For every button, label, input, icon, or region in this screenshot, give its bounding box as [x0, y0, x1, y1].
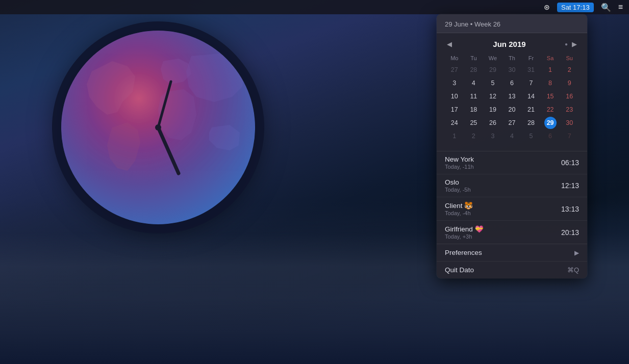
tz-offset: Today, -5h — [445, 187, 471, 193]
weekday-sa: Sa — [541, 54, 560, 63]
cal-day[interactable]: 2 — [560, 63, 579, 76]
cal-day[interactable]: 23 — [560, 103, 579, 116]
svg-point-2 — [155, 124, 161, 131]
cal-day[interactable]: 5 — [483, 76, 502, 90]
tz-time: 13:13 — [561, 205, 579, 213]
cal-next-button[interactable]: ▶ — [570, 39, 579, 49]
wifi-icon: ⊛ — [544, 3, 550, 11]
cal-day[interactable]: 9 — [560, 76, 579, 90]
cal-day[interactable]: 3 — [445, 76, 464, 90]
calendar-month-year: Jun 2019 — [493, 40, 525, 48]
cal-day[interactable]: 27 — [502, 116, 522, 129]
cal-day[interactable]: 17 — [445, 103, 464, 116]
tz-time: 06:13 — [561, 159, 579, 167]
cal-day[interactable]: 29 — [483, 63, 502, 76]
quit-item[interactable]: Quit Dato ⌘Q — [437, 262, 587, 278]
cal-day[interactable]: 20 — [502, 103, 522, 116]
menubar-time: 17:13 — [573, 4, 590, 11]
dropdown-panel: 29 June • Week 26 ◀ Jun 2019 ● ▶ Mo Tu W… — [437, 14, 587, 278]
search-icon[interactable]: 🔍 — [601, 3, 611, 12]
cal-day[interactable]: 7 — [560, 129, 579, 143]
svg-line-0 — [158, 127, 179, 173]
timezones-section: New York Today, -11h 06:13 Oslo Today, -… — [437, 151, 587, 244]
tz-time: 20:13 — [561, 228, 579, 237]
tz-offset: Today, +3h — [445, 233, 484, 240]
cal-day[interactable]: 13 — [502, 90, 522, 103]
quit-label: Quit Dato — [445, 266, 474, 274]
cal-day[interactable]: 22 — [541, 103, 560, 116]
cal-day[interactable]: 1 — [541, 63, 560, 76]
cal-day[interactable]: 8 — [541, 76, 560, 90]
cal-day[interactable]: 6 — [502, 76, 522, 90]
cal-day[interactable]: 16 — [560, 90, 579, 103]
calendar-body: 27 28 29 30 31 1 2 3 4 5 6 7 8 9 — [445, 63, 579, 143]
calendar-grid: Mo Tu We Th Fr Sa Su 27 28 29 30 31 1 — [445, 54, 579, 143]
cal-day[interactable]: 24 — [445, 116, 464, 129]
weekday-fr: Fr — [521, 54, 541, 63]
clock-widget — [61, 31, 255, 224]
cal-day[interactable]: 4 — [502, 129, 522, 143]
cal-day[interactable]: 30 — [502, 63, 522, 76]
cal-prev-button[interactable]: ◀ — [445, 39, 454, 49]
cal-day[interactable]: 10 — [445, 90, 464, 103]
cal-day[interactable]: 26 — [483, 116, 502, 129]
cal-today[interactable]: 29 — [541, 116, 560, 129]
tz-left: New York Today, -11h — [445, 155, 474, 170]
timezone-oslo: Oslo Today, -5h 12:13 — [437, 174, 587, 197]
cal-day[interactable]: 12 — [483, 90, 502, 103]
cal-day[interactable]: 5 — [521, 129, 541, 143]
timezone-new-york: New York Today, -11h 06:13 — [437, 151, 587, 174]
cal-day[interactable]: 6 — [541, 129, 560, 143]
cal-day[interactable]: 4 — [464, 76, 484, 90]
cal-day[interactable]: 25 — [464, 116, 484, 129]
timezone-girlfriend: Girlfriend 💝 Today, +3h 20:13 — [437, 221, 587, 244]
tz-name: Girlfriend 💝 — [445, 225, 484, 233]
tz-left: Girlfriend 💝 Today, +3h — [445, 225, 484, 240]
weekday-su: Su — [560, 54, 579, 63]
dropdown-header: 29 June • Week 26 — [437, 14, 587, 33]
cal-day[interactable]: 28 — [464, 63, 484, 76]
tz-name: Client 🐯 — [445, 201, 473, 210]
cal-day[interactable]: 15 — [541, 90, 560, 103]
menu-icon[interactable]: ≡ — [618, 3, 623, 12]
quit-shortcut: ⌘Q — [567, 266, 579, 274]
preferences-item[interactable]: Preferences ▶ — [437, 244, 587, 262]
header-date: 29 June • Week 26 — [445, 20, 500, 28]
cal-day[interactable]: 2 — [464, 129, 484, 143]
menubar-day: Sat — [561, 4, 571, 11]
weekday-th: Th — [502, 54, 522, 63]
clock-hands-svg — [61, 31, 255, 224]
tz-time: 12:13 — [561, 181, 579, 190]
cal-day[interactable]: 11 — [464, 90, 484, 103]
cal-day[interactable]: 30 — [560, 116, 579, 129]
preferences-arrow: ▶ — [574, 249, 579, 256]
cal-day[interactable]: 3 — [483, 129, 502, 143]
tz-offset: Today, -4h — [445, 210, 473, 216]
tz-name: New York — [445, 155, 474, 163]
cal-day[interactable]: 18 — [464, 103, 484, 116]
cal-day[interactable]: 28 — [521, 116, 541, 129]
weekday-mo: Mo — [445, 54, 464, 63]
tz-offset: Today, -11h — [445, 164, 474, 170]
calendar-section: ◀ Jun 2019 ● ▶ Mo Tu We Th Fr Sa Su — [437, 33, 587, 151]
cal-day[interactable]: 1 — [445, 129, 464, 143]
menubar-clock[interactable]: Sat 17:13 — [557, 3, 594, 12]
preferences-label: Preferences — [445, 249, 482, 256]
cal-day[interactable]: 7 — [521, 76, 541, 90]
cal-day[interactable]: 31 — [521, 63, 541, 76]
tz-left: Client 🐯 Today, -4h — [445, 201, 473, 216]
svg-line-1 — [158, 82, 171, 127]
weekday-we: We — [483, 54, 502, 63]
clock-face — [61, 31, 255, 224]
tz-left: Oslo Today, -5h — [445, 178, 471, 193]
cal-day[interactable]: 14 — [521, 90, 541, 103]
cal-day[interactable]: 27 — [445, 63, 464, 76]
menubar: ⊛ Sat 17:13 🔍 ≡ — [0, 0, 629, 14]
tz-name: Oslo — [445, 178, 471, 186]
weekday-tu: Tu — [464, 54, 484, 63]
cal-day[interactable]: 21 — [521, 103, 541, 116]
timezone-client: Client 🐯 Today, -4h 13:13 — [437, 197, 587, 221]
cal-today-dot[interactable]: ● — [565, 41, 568, 47]
calendar-nav: ◀ Jun 2019 ● ▶ — [445, 39, 579, 49]
cal-day[interactable]: 19 — [483, 103, 502, 116]
